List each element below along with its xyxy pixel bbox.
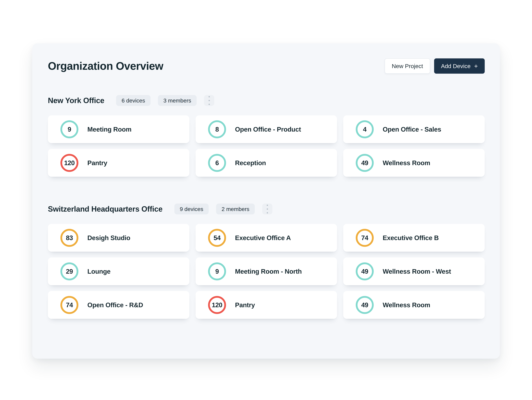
device-label: Open Office - Sales — [383, 126, 441, 133]
device-label: Pantry — [87, 159, 107, 167]
kebab-dot-icon — [209, 104, 210, 105]
device-count-ring: 9 — [208, 262, 226, 280]
device-count-ring: 83 — [60, 229, 78, 247]
device-count: 74 — [361, 234, 368, 241]
device-count: 49 — [361, 268, 368, 275]
device-count: 49 — [361, 159, 368, 167]
device-label: Executive Office B — [383, 234, 439, 241]
device-count-ring: 6 — [208, 154, 226, 172]
device-card[interactable]: 29Lounge — [48, 257, 189, 285]
device-count-ring: 49 — [356, 154, 374, 172]
new-project-button[interactable]: New Project — [385, 58, 430, 74]
device-card[interactable]: 74Executive Office B — [343, 224, 485, 252]
device-card[interactable]: 83Desigh Studio — [48, 224, 189, 252]
section-title: New York Office — [48, 96, 104, 105]
device-count: 4 — [363, 126, 367, 133]
kebab-dot-icon — [209, 100, 210, 101]
device-card[interactable]: 49Wellness Room — [343, 291, 485, 319]
office-section: Switzerland Headquarters Office9 devices… — [48, 203, 485, 319]
kebab-dot-icon — [267, 208, 268, 210]
sections-container: New York Office6 devices3 members9Meetin… — [48, 95, 485, 319]
device-card[interactable]: 9Meeting Room — [48, 115, 189, 143]
device-label: Meeting Room — [87, 126, 132, 133]
device-card[interactable]: 54Executive Office A — [196, 224, 337, 252]
device-card[interactable]: 49Wellness Room — [343, 149, 485, 177]
device-count: 6 — [215, 159, 219, 167]
device-count: 49 — [361, 301, 368, 309]
device-label: Open Office - Product — [235, 126, 301, 133]
device-count-ring: 120 — [60, 154, 78, 172]
device-count: 54 — [214, 234, 221, 241]
kebab-menu-button[interactable] — [204, 95, 214, 106]
device-card[interactable]: 4Open Office - Sales — [343, 115, 485, 143]
device-card[interactable]: 6Reception — [196, 149, 337, 177]
device-count-ring: 8 — [208, 120, 226, 138]
device-count: 8 — [215, 126, 219, 133]
device-card-grid: 83Desigh Studio54Executive Office A74Exe… — [48, 224, 485, 319]
devices-count-badge: 9 devices — [174, 203, 209, 214]
device-label: Lounge — [87, 268, 111, 275]
plus-icon: + — [474, 62, 478, 70]
device-card[interactable]: 74Open Office - R&D — [48, 291, 189, 319]
devices-count-badge: 6 devices — [116, 95, 151, 106]
device-card[interactable]: 120Pantry — [48, 149, 189, 177]
section-title: Switzerland Headquarters Office — [48, 205, 163, 213]
device-card-grid: 9Meeting Room8Open Office - Product4Open… — [48, 115, 485, 177]
device-count: 120 — [212, 301, 222, 309]
device-count-ring: 120 — [208, 296, 226, 314]
device-card[interactable]: 8Open Office - Product — [196, 115, 337, 143]
device-count-ring: 4 — [356, 120, 374, 138]
device-count: 9 — [215, 268, 219, 275]
kebab-dot-icon — [267, 212, 268, 214]
members-count-badge: 3 members — [158, 95, 196, 106]
section-header: New York Office6 devices3 members — [48, 95, 485, 106]
add-device-button[interactable]: Add Device + — [434, 58, 485, 74]
device-label: Reception — [235, 159, 266, 167]
device-card[interactable]: 9Meeting Room - North — [196, 257, 337, 285]
device-label: Pantry — [235, 301, 255, 309]
device-label: Wellness Room — [383, 159, 430, 167]
members-count-badge: 2 members — [216, 203, 255, 214]
device-count: 29 — [66, 268, 73, 275]
header-actions: New Project Add Device + — [385, 58, 485, 74]
device-label: Desigh Studio — [87, 234, 130, 241]
section-header: Switzerland Headquarters Office9 devices… — [48, 203, 485, 214]
device-label: Wellness Room - West — [383, 268, 451, 275]
panel-header: Organization Overview New Project Add De… — [48, 58, 485, 74]
device-label: Meeting Room - North — [235, 268, 302, 275]
device-count: 9 — [68, 126, 71, 133]
kebab-menu-button[interactable] — [262, 203, 272, 214]
page-title: Organization Overview — [48, 60, 163, 72]
device-count: 120 — [64, 159, 75, 167]
kebab-dot-icon — [209, 96, 210, 97]
device-count-ring: 9 — [60, 120, 78, 138]
device-card[interactable]: 49Wellness Room - West — [343, 257, 485, 285]
device-count-ring: 49 — [356, 296, 374, 314]
device-count-ring: 49 — [356, 262, 374, 280]
device-label: Wellness Room — [383, 301, 430, 309]
organization-overview-panel: Organization Overview New Project Add De… — [32, 43, 500, 359]
device-count-ring: 74 — [356, 229, 374, 247]
device-card[interactable]: 120Pantry — [196, 291, 337, 319]
page-background: { "page": { "title": "Organization Overv… — [0, 0, 532, 400]
device-count-ring: 29 — [60, 262, 78, 280]
device-count: 74 — [66, 301, 73, 309]
office-section: New York Office6 devices3 members9Meetin… — [48, 95, 485, 177]
device-label: Executive Office A — [235, 234, 291, 241]
device-label: Open Office - R&D — [87, 301, 143, 309]
device-count-ring: 54 — [208, 229, 226, 247]
add-device-label: Add Device — [441, 63, 471, 69]
kebab-dot-icon — [267, 205, 268, 206]
device-count: 83 — [66, 234, 73, 241]
device-count-ring: 74 — [60, 296, 78, 314]
